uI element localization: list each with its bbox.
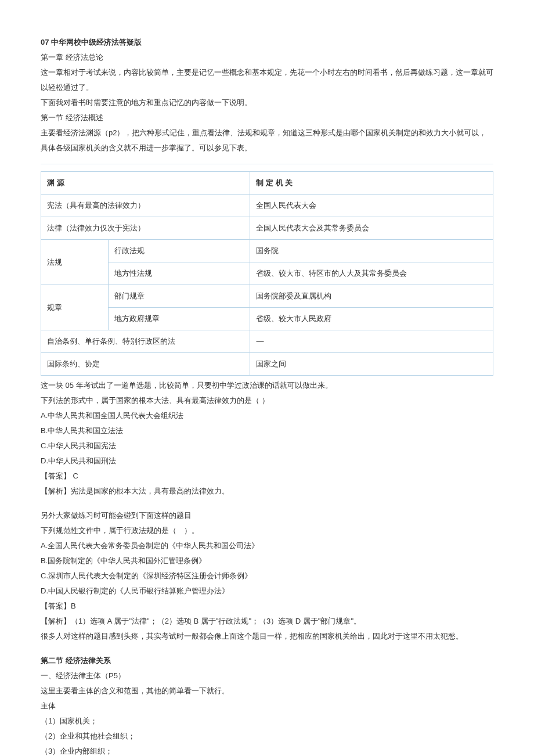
cell: 部门规章 xyxy=(109,285,250,308)
cell: 国际条约、协定 xyxy=(41,353,250,376)
q2-opt-d: D.中国人民银行制定的《人民币银行结算账户管理办法》 xyxy=(41,584,493,599)
q2-intro: 另外大家做练习时可能会碰到下面这样的题目 xyxy=(41,508,493,523)
q2-opt-b: B.国务院制定的《中华人民共和国外汇管理条例》 xyxy=(41,553,493,568)
doc-title: 07 中华网校中级经济法答疑版 xyxy=(41,35,493,50)
section1-title: 第一节 经济法概述 xyxy=(41,110,493,125)
q2-stem: 下列规范性文件中，属于行政法规的是（ ）。 xyxy=(41,523,493,538)
cell: 地方性法规 xyxy=(109,262,250,285)
cell: 地方政府规章 xyxy=(109,308,250,330)
q1-stem: 下列法的形式中，属于国家的根本大法、具有最高法律效力的是（ ） xyxy=(41,393,493,408)
q2-opt-a: A.全国人民代表大会常务委员会制定的《中华人民共和国公司法》 xyxy=(41,538,493,553)
cell: 全国人民代表大会 xyxy=(250,195,493,217)
q2-opt-c: C.深圳市人民代表大会制定的《深圳经济特区注册会计师条例》 xyxy=(41,568,493,584)
cell: 国务院 xyxy=(250,240,493,262)
cell: 国家之间 xyxy=(250,353,493,376)
q1-opt-d: D.中华人民共和国刑法 xyxy=(41,453,493,469)
chapter-title: 第一章 经济法总论 xyxy=(41,50,493,65)
q1-answer: 【答案】 C xyxy=(41,469,493,484)
table-row: 渊 源 制 定 机 关 xyxy=(41,172,493,195)
cell: 自治条例、单行条例、特别行政区的法 xyxy=(41,330,250,353)
q2-note: 很多人对这样的题目感到头疼，其实考试时一般都会像上面这个题目一样，把相应的国家机… xyxy=(41,629,493,644)
q1-opt-c: C.中华人民共和国宪法 xyxy=(41,438,493,453)
q1-opt-a: A.中华人民共和国全国人民代表大会组织法 xyxy=(41,408,493,423)
table-row: 宪法（具有最高的法律效力） 全国人民代表大会 xyxy=(41,195,493,217)
q2-explanation: 【解析】（1）选项 A 属于"法律"；（2）选项 B 属于"行政法规"；（3）选… xyxy=(41,614,493,629)
s2-item2: （2）企业和其他社会组织； xyxy=(41,729,493,744)
q1-explanation: 【解析】宪法是国家的根本大法，具有最高的法律效力。 xyxy=(41,484,493,499)
table-row: 法规 行政法规 国务院 xyxy=(41,240,493,262)
s2-item1: （1）国家机关； xyxy=(41,714,493,729)
cell: 法规 xyxy=(41,240,109,285)
s2-p2: 这里主要看主体的含义和范围，其他的简单看一下就行。 xyxy=(41,683,493,699)
divider xyxy=(41,164,493,164)
table-row: 规章 部门规章 国务院部委及直属机构 xyxy=(41,285,493,308)
table-row: 法律（法律效力仅次于宪法） 全国人民代表大会及其常务委员会 xyxy=(41,217,493,240)
table-row: 地方性法规 省级、较大市、特区市的人大及其常务委员会 xyxy=(41,262,493,285)
q1-intro: 这一块 05 年考试出了一道单选题，比较简单，只要初中学过政治课的话就可以做出来… xyxy=(41,378,493,393)
th-source: 渊 源 xyxy=(41,172,250,195)
table-row: 地方政府规章 省级、较大市人民政府 xyxy=(41,308,493,330)
cell: 行政法规 xyxy=(109,240,250,262)
cell: 国务院部委及直属机构 xyxy=(250,285,493,308)
section2-title: 第二节 经济法律关系 xyxy=(41,653,493,668)
cell: 省级、较大市、特区市的人大及其常务委员会 xyxy=(250,262,493,285)
cell: 宪法（具有最高的法律效力） xyxy=(41,195,250,217)
cell: 省级、较大市人民政府 xyxy=(250,308,493,330)
cell: 法律（法律效力仅次于宪法） xyxy=(41,217,250,240)
intro-p1: 这一章相对于考试来说，内容比较简单，主要是记忆一些概念和基本规定，先花一个小时左… xyxy=(41,65,493,95)
cell: — xyxy=(250,330,493,353)
s2-p1: 一、经济法律主体（P5） xyxy=(41,668,493,683)
th-authority: 制 定 机 关 xyxy=(250,172,493,195)
q2-answer: 【答案】B xyxy=(41,599,493,614)
s2-item3: （3）企业内部组织； xyxy=(41,744,493,756)
cell: 规章 xyxy=(41,285,109,330)
table-row: 国际条约、协定 国家之间 xyxy=(41,353,493,376)
intro-p2: 下面我对看书时需要注意的地方和重点记忆的内容做一下说明。 xyxy=(41,95,493,110)
intro-p3: 主要看经济法渊源（p2），把六种形式记住，重点看法律、法规和规章，知道这三种形式… xyxy=(41,125,493,156)
q1-opt-b: B.中华人民共和国立法法 xyxy=(41,423,493,438)
table-row: 自治条例、单行条例、特别行政区的法 — xyxy=(41,330,493,353)
cell: 全国人民代表大会及其常务委员会 xyxy=(250,217,493,240)
law-sources-table: 渊 源 制 定 机 关 宪法（具有最高的法律效力） 全国人民代表大会 法律（法律… xyxy=(41,171,493,376)
s2-p3: 主体 xyxy=(41,699,493,714)
